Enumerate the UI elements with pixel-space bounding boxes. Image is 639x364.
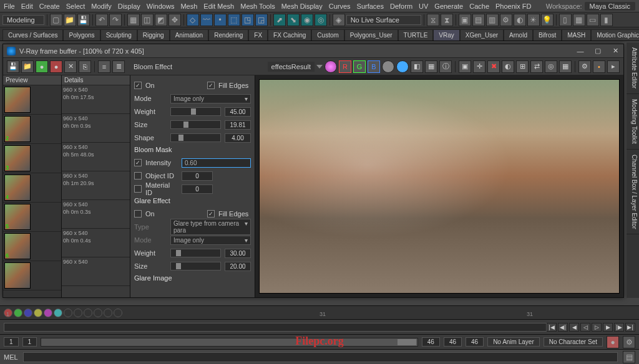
workspace-selector[interactable]: Workspace: Maya Classic: [546, 2, 635, 11]
weight-slider[interactable]: [170, 107, 221, 116]
snap-point-icon[interactable]: •: [214, 14, 227, 26]
maximize-icon[interactable]: ▢: [593, 47, 602, 55]
shelf-tab[interactable]: Curves / Surfaces: [2, 29, 63, 41]
stereo-icon[interactable]: ◎: [545, 60, 557, 73]
play-back-icon[interactable]: ◀: [569, 323, 579, 332]
details-item[interactable]: 960 x 5400h 0m 0.4s: [62, 229, 130, 257]
key-back-icon[interactable]: ◁: [580, 323, 590, 332]
menu-item[interactable]: Create: [39, 2, 60, 10]
shelf-tab[interactable]: Animation: [170, 29, 208, 41]
stop-icon[interactable]: ✖: [487, 60, 500, 73]
history-item[interactable]: [3, 261, 61, 290]
cg-on-icon[interactable]: ◉: [301, 14, 313, 26]
object-id-checkbox[interactable]: [134, 172, 142, 180]
character-set-dropdown[interactable]: No Character Set: [544, 337, 603, 347]
menu-item[interactable]: Phoenix FD: [495, 2, 531, 10]
go-end-icon[interactable]: ▶|: [625, 323, 635, 332]
render-settings-icon[interactable]: ⚙: [500, 14, 512, 26]
snap-plane-icon[interactable]: ⬚: [228, 14, 240, 26]
mode-dropdown[interactable]: Image only▾: [170, 94, 251, 103]
color-correct-icon[interactable]: ◐: [502, 60, 514, 73]
save-image-icon[interactable]: 💾: [7, 60, 19, 73]
play-fwd-icon[interactable]: ▶: [603, 323, 613, 332]
snap-curve-icon[interactable]: 〰: [200, 14, 213, 26]
size-slider[interactable]: [170, 120, 221, 129]
history-toggle-icon[interactable]: ≡: [98, 60, 110, 73]
status-dot-icon[interactable]: [44, 309, 52, 317]
time-slider[interactable]: 1 31 31 |◀ ◀| ◀ ◁ ▷ ▶ |▶ ▶|: [0, 319, 639, 334]
status-dot-icon[interactable]: [34, 309, 42, 317]
snap-grid-icon[interactable]: ◇: [187, 14, 199, 26]
shelf-tab[interactable]: FX: [248, 29, 268, 41]
info-icon[interactable]: ⓘ: [439, 60, 452, 73]
track-mouse-icon[interactable]: ✛: [473, 60, 485, 73]
shelf-tab[interactable]: Rigging: [137, 29, 170, 41]
glare-size-slider[interactable]: [170, 262, 221, 271]
step-fwd-icon[interactable]: |▶: [614, 323, 624, 332]
menu-item[interactable]: Generate: [434, 2, 463, 10]
menu-item[interactable]: Cache: [469, 2, 489, 10]
range-end-vis-field[interactable]: 46: [422, 337, 440, 347]
menu-item[interactable]: Modify: [91, 2, 111, 10]
close-icon[interactable]: ✕: [611, 47, 620, 55]
shelf-tab[interactable]: TURTLE: [398, 29, 434, 41]
clamp-icon[interactable]: ▦: [425, 60, 437, 73]
status-dot-icon[interactable]: [24, 309, 32, 317]
mono-icon[interactable]: [396, 60, 409, 73]
render-viewport[interactable]: [255, 75, 623, 297]
red-channel-icon[interactable]: ●: [50, 60, 62, 73]
undo-icon[interactable]: ↶: [95, 14, 108, 26]
glare-weight-slider[interactable]: [170, 249, 221, 257]
shelf-tab[interactable]: FX Caching: [268, 29, 311, 41]
panel-1-icon[interactable]: ▯: [559, 14, 572, 26]
select-tool-icon[interactable]: ▦: [127, 14, 140, 26]
shelf-tab[interactable]: XGen_User: [460, 29, 504, 41]
menu-item[interactable]: Windows: [147, 2, 175, 10]
range-start-vis-field[interactable]: 1: [22, 337, 37, 347]
glare-fill-edges-checkbox[interactable]: [207, 210, 215, 218]
history-item[interactable]: [3, 85, 61, 115]
menu-item[interactable]: Mesh: [180, 2, 197, 10]
shelf-tab[interactable]: Sculpting: [100, 29, 137, 41]
details-item[interactable]: 960 x 5400h 0m 0.9s: [62, 114, 130, 143]
menu-item[interactable]: UV: [419, 2, 428, 10]
paint-select-icon[interactable]: ◩: [155, 14, 167, 26]
menu-item[interactable]: Mesh Tools: [240, 2, 275, 10]
size-value[interactable]: 19.81: [225, 120, 251, 130]
render-view-icon[interactable]: ▣: [459, 14, 471, 26]
render-setup-icon[interactable]: ☀: [527, 14, 540, 26]
anim-layer-dropdown[interactable]: No Anim Layer: [487, 337, 540, 347]
ipr-icon[interactable]: ▥: [486, 14, 499, 26]
key-fwd-icon[interactable]: ▷: [592, 323, 602, 332]
minimize-icon[interactable]: —: [576, 47, 585, 55]
green-channel-icon[interactable]: ●: [36, 60, 48, 73]
sym-off-icon[interactable]: ⧖: [427, 14, 439, 26]
panel-toggle-icon[interactable]: ▭: [587, 14, 599, 26]
shelf-tab[interactable]: VRay: [433, 29, 459, 41]
glare-type-dropdown[interactable]: Glare type from camera para▾: [170, 219, 251, 235]
copy-icon[interactable]: ⎘: [79, 60, 91, 73]
module-selector[interactable]: Modeling: [2, 15, 44, 25]
details-item[interactable]: 960 x 540: [62, 257, 130, 286]
shelf-tab[interactable]: Bifrost: [533, 29, 562, 41]
attribute-editor-tab[interactable]: Attribute Editor: [627, 42, 639, 94]
history-item[interactable]: 5: [3, 203, 61, 232]
sym-x-icon[interactable]: ⧗: [441, 14, 453, 26]
range-start-field[interactable]: 1: [4, 337, 19, 347]
bucket-icon[interactable]: ▦: [559, 60, 572, 73]
glare-mode-dropdown[interactable]: Image only▾: [170, 236, 251, 245]
status-dot-icon[interactable]: [14, 309, 22, 317]
modeling-toolkit-tab[interactable]: Modeling Toolkit: [627, 94, 639, 150]
dock-icon[interactable]: ▸: [607, 60, 620, 73]
menu-item[interactable]: Deform: [390, 2, 412, 10]
menu-item[interactable]: Curves: [329, 2, 351, 10]
menu-item[interactable]: File: [4, 2, 15, 10]
status-dot-icon[interactable]: [74, 309, 82, 317]
rgb-icon[interactable]: [324, 60, 337, 73]
range-bar[interactable]: [41, 338, 418, 347]
details-item[interactable]: 960 x 5400h 0m 17.5s: [62, 85, 130, 114]
menu-item[interactable]: Mesh Display: [281, 2, 323, 10]
shelf-tab[interactable]: MASH: [562, 29, 591, 41]
compare-icon[interactable]: ⇄: [530, 60, 543, 73]
range-end-field[interactable]: 46: [444, 337, 462, 347]
